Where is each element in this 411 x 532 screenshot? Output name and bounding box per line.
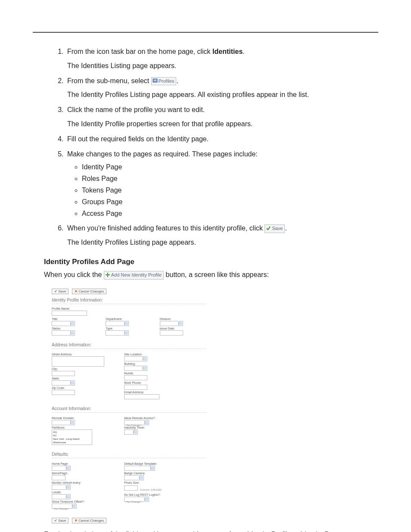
select-status [52,330,75,336]
form-toolbar-bottom: ✔ Save ✖ Cancel Changes [52,516,206,523]
label-street: Street Address: [52,353,116,356]
label-locale: Locale: [52,491,116,494]
label-show-tz: Show Timezone Offset?: [52,500,116,503]
label-home-page: Home Page: [52,462,116,465]
step-2-text-a: From the sub-menu, select [67,77,151,84]
select-show-tz: <No Change> [52,504,77,509]
toolbar-save-label-bottom: Save [58,519,66,523]
input-email [124,394,159,399]
intro-text-a: When you click the [44,271,104,278]
intro-paragraph: When you click the Add New Identity Prof… [44,270,367,280]
panel-profile-info: Profile Name: Title: Status: Department:… [52,304,206,339]
profiles-icon [153,78,158,84]
step-1-result: The Identities Listing page appears. [67,61,367,72]
label-photo-size: Photo Size: [124,481,206,484]
label-issue-date: Issue Date: [160,327,206,330]
step-2-text-b: . [176,77,178,84]
partition-option-ny: New York - Long Island Warehouse [53,437,91,444]
label-status: Status: [52,327,98,330]
step-4-text: Fill out the required fields on the Iden… [67,135,209,143]
toolbar-save-label: Save [58,289,66,293]
step-1-text-b: . [243,48,244,55]
show-tz-value: <No Change> [53,507,69,510]
select-default-badge [124,466,155,471]
toolbar-save-button: ✔ Save [52,289,68,294]
select-division [160,321,183,326]
cancel-icon: ✖ [75,519,78,523]
profiles-menu-button: Profiles [151,77,177,86]
identities-bold: Identities [212,48,243,55]
input-photo-size [124,485,138,491]
select-home-page [52,466,71,471]
select-allow-remote: <No Change> [124,420,149,425]
check-icon: ✔ [54,519,57,523]
input-items-page [52,475,65,480]
label-mobile: Mobile: [124,372,206,375]
step-6-result: The Identity Profiles Listing page appea… [67,237,367,248]
outro-paragraph: For the descriptions of the fields and b… [44,529,367,532]
step-2-result: The Identity Profiles Listing page appea… [67,90,367,100]
step-4: Fill out the required fields on the Iden… [65,134,367,145]
add-button-label: Add New Identity Profile [111,272,162,277]
input-work-phone [124,385,147,390]
save-button-label: Save [272,226,283,231]
bullet-tokens: Tokens Page [82,185,367,196]
section-heading: Identity Profiles Add Page [44,258,367,266]
label-allow-remote: Allow Remote Access?: [124,417,206,420]
allow-remote-value: <No Change> [125,424,141,426]
select-monitor-refresh [52,485,71,490]
step-3-result: The Identity Profile properties screen f… [67,119,367,130]
do-not-log-value: <No Change> [125,501,141,503]
step-6: When you're finished adding features to … [65,223,367,248]
step-3-text: Click the name of the profile you want t… [67,106,205,113]
input-city [52,371,75,376]
add-icon [105,272,110,279]
section-address: Address Information: [52,342,206,347]
section-defaults: Defaults: [52,452,206,457]
label-monitor-refresh: Monitor refresh every: [52,481,116,484]
label-title: Title: [52,317,98,320]
partition-option-nc: NC [53,434,91,437]
check-icon [266,226,271,232]
toolbar-cancel-label-bottom: Cancel Changes [78,519,104,523]
svg-rect-1 [154,80,156,80]
add-new-identity-profile-button: Add New Identity Profile [104,271,164,280]
profiles-button-label: Profiles [159,78,174,84]
form-toolbar-top: ✔ Save ✖ Cancel Changes [52,286,206,294]
step-2: From the sub-menu, select Profiles . The… [65,76,367,101]
label-state: State: [52,377,116,380]
cancel-icon: ✖ [75,289,78,293]
bullet-roles: Roles Page [82,174,367,184]
form-screenshot: ✔ Save ✖ Cancel Changes Identity Profile… [52,286,206,523]
label-email: Email Address: [124,391,206,394]
label-building: Building: [124,362,206,365]
label-badge-camera: Badge Camera: [124,472,206,475]
panel-address: Street Address: City: State: Zip Code: S… [52,348,206,403]
bullet-access: Access Page [82,208,367,219]
section-profile-info: Identity Profile Information: [52,298,206,302]
photo-size-current: (Current: 144x192) [140,488,161,491]
input-profile-name [52,311,87,316]
panel-account: Remote Domain: Partitions: HQ NC New Yor… [52,412,206,448]
step-6-text-a: When you're finished adding features to … [67,224,265,232]
select-state [52,380,75,386]
select-inactivity-timer [124,429,138,435]
select-remote-domain [52,420,75,425]
input-issue-date [160,330,183,336]
svg-rect-4 [106,274,110,275]
label-items-page: Items/Page: [52,472,116,475]
section-account: Account Information: [52,406,206,411]
label-remote-domain: Remote Domain: [52,417,116,420]
select-badge-camera [124,475,144,480]
bullet-identity: Identity Page [82,162,367,173]
select-locale [52,494,71,499]
select-do-not-log: <No Change> [124,497,149,502]
select-title [52,321,75,326]
label-type: Type: [106,327,152,330]
save-button-inline: Save [265,224,285,233]
svg-rect-2 [154,81,156,81]
pages-bullet-list: Identity Page Roles Page Tokens Page Gro… [73,162,367,219]
label-work-phone: Work Phone: [124,381,206,384]
bullet-groups: Groups Page [82,197,367,208]
listbox-partitions: HQ NC New York - Long Island Warehouse [52,429,92,445]
